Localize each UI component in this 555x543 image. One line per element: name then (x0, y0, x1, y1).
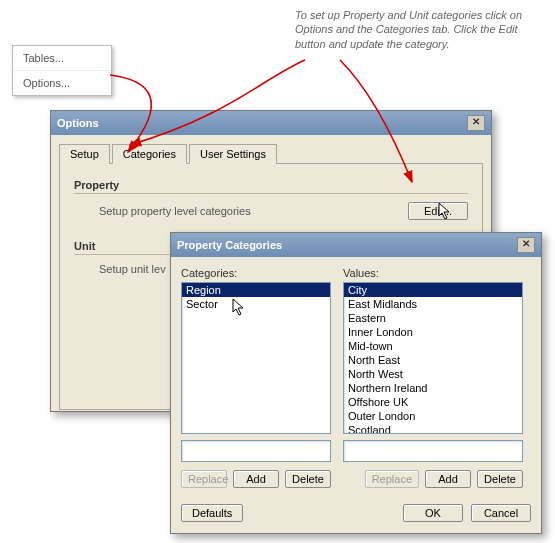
options-title: Options (57, 117, 99, 129)
values-label: Values: (343, 267, 523, 279)
close-icon[interactable]: ✕ (517, 237, 535, 253)
categories-label: Categories: (181, 267, 331, 279)
unit-desc: Setup unit lev (99, 263, 166, 275)
values-add-button[interactable]: Add (425, 470, 471, 488)
options-tabs: Setup Categories User Settings (59, 143, 483, 164)
categories-column: Categories: RegionSector Replace Add Del… (181, 267, 331, 488)
list-item[interactable]: East Midlands (344, 297, 522, 311)
ok-button[interactable]: OK (403, 504, 463, 522)
values-replace-button[interactable]: Replace (365, 470, 419, 488)
property-header: Property (74, 179, 468, 194)
list-item[interactable]: Outer London (344, 409, 522, 423)
annotation-text: To set up Property and Unit categories c… (295, 8, 535, 51)
list-item[interactable]: Offshore UK (344, 395, 522, 409)
property-edit-button[interactable]: Edit... (408, 202, 468, 220)
property-desc: Setup property level categories (99, 205, 251, 217)
tab-setup[interactable]: Setup (59, 144, 110, 164)
close-icon[interactable]: ✕ (467, 115, 485, 131)
list-item[interactable]: North East (344, 353, 522, 367)
list-item[interactable]: Sector (182, 297, 330, 311)
list-item[interactable]: Mid-town (344, 339, 522, 353)
list-item[interactable]: Inner London (344, 325, 522, 339)
values-delete-button[interactable]: Delete (477, 470, 523, 488)
list-item[interactable]: North West (344, 367, 522, 381)
categories-add-button[interactable]: Add (233, 470, 279, 488)
values-listbox[interactable]: CityEast MidlandsEasternInner LondonMid-… (343, 282, 523, 434)
categories-listbox[interactable]: RegionSector (181, 282, 331, 434)
list-item[interactable]: Northern Ireland (344, 381, 522, 395)
context-menu: Tables... Options... (12, 45, 112, 96)
list-item[interactable]: Region (182, 283, 330, 297)
categories-delete-button[interactable]: Delete (285, 470, 331, 488)
options-titlebar: Options ✕ (51, 111, 491, 135)
categories-input[interactable] (181, 440, 331, 462)
values-input[interactable] (343, 440, 523, 462)
values-column: Values: CityEast MidlandsEasternInner Lo… (343, 267, 523, 488)
categories-replace-button[interactable]: Replace (181, 470, 227, 488)
property-categories-dialog: Property Categories ✕ Categories: Region… (170, 232, 542, 534)
menu-item-options[interactable]: Options... (13, 71, 111, 95)
propcat-titlebar: Property Categories ✕ (171, 233, 541, 257)
cancel-button[interactable]: Cancel (471, 504, 531, 522)
propcat-footer: Defaults OK Cancel (171, 498, 541, 532)
menu-item-tables[interactable]: Tables... (13, 46, 111, 71)
property-group: Property Setup property level categories… (74, 179, 468, 220)
list-item[interactable]: Scotland (344, 423, 522, 434)
list-item[interactable]: City (344, 283, 522, 297)
defaults-button[interactable]: Defaults (181, 504, 243, 522)
list-item[interactable]: Eastern (344, 311, 522, 325)
tab-categories[interactable]: Categories (112, 144, 187, 164)
propcat-title: Property Categories (177, 239, 282, 251)
tab-user-settings[interactable]: User Settings (189, 144, 277, 164)
